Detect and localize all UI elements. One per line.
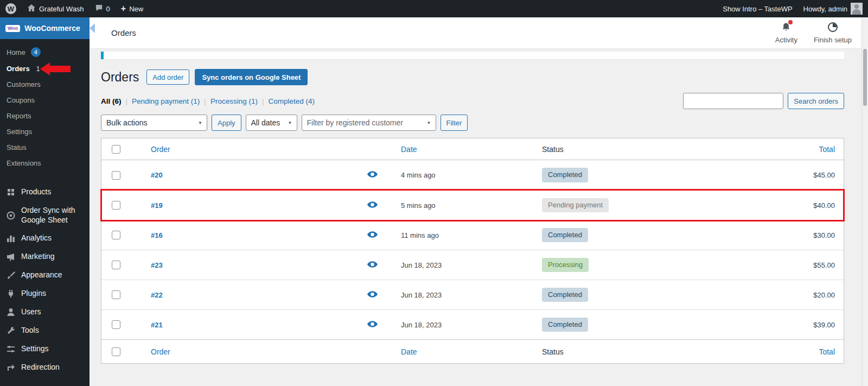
order-link[interactable]: #19	[151, 201, 163, 210]
row-checkbox[interactable]	[112, 261, 120, 269]
search-orders-button[interactable]: Search orders	[788, 93, 844, 109]
order-link[interactable]: #22	[151, 291, 163, 299]
order-preview-eye-icon[interactable]	[367, 171, 378, 179]
sort-order-footer[interactable]: Order	[151, 347, 170, 356]
sort-total-footer[interactable]: Total	[819, 347, 835, 356]
sidebar-item-label: Extensions	[7, 159, 41, 167]
orders-count: 1	[36, 65, 40, 73]
row-checkbox[interactable]	[112, 201, 120, 210]
filter-completed[interactable]: Completed (4)	[268, 97, 315, 105]
status-badge: Completed	[542, 228, 588, 242]
order-date: Jun 18, 2023	[386, 321, 531, 329]
show-intro-link[interactable]: Show Intro – TasteWP	[717, 0, 797, 17]
filter-processing[interactable]: Processing (1)	[210, 97, 269, 105]
row-checkbox[interactable]	[112, 231, 120, 239]
apply-button[interactable]: Apply	[212, 115, 241, 131]
bulk-actions-select[interactable]: Bulk actions	[101, 115, 207, 131]
sidebar-item-customers[interactable]: Customers	[0, 77, 90, 92]
order-preview-eye-icon[interactable]	[367, 291, 378, 299]
finish-setup-button[interactable]: Finish setup	[814, 22, 852, 44]
sidebar-item-settings-woo[interactable]: Settings	[0, 124, 90, 140]
order-link[interactable]: #20	[151, 171, 163, 179]
table-row: #23 Jun 18, 2023 Processing $55.00	[101, 250, 844, 280]
order-link[interactable]: #21	[151, 321, 163, 329]
sidebar-item-label: Appearance	[21, 270, 62, 280]
add-order-button[interactable]: Add order	[146, 69, 189, 85]
redirection-icon	[5, 363, 16, 372]
avatar	[851, 3, 863, 15]
orders-table: Order Date Status Total #20 4 mins ago C…	[101, 138, 844, 364]
wordpress-logo-icon: W	[5, 3, 16, 14]
status-badge: Pending payment	[542, 198, 609, 212]
sidebar-item-coupons[interactable]: Coupons	[0, 92, 90, 108]
sidebar-item-home[interactable]: Home4	[0, 43, 90, 61]
settings-icon	[5, 344, 16, 354]
status-badge: Processing	[542, 258, 589, 272]
table-header: Order Date Status Total	[101, 138, 844, 160]
status-badge: Completed	[542, 288, 588, 302]
activity-button[interactable]: Activity	[775, 22, 797, 44]
sidebar-item-label: Products	[21, 187, 51, 197]
wordpress-logo-button[interactable]: W	[0, 0, 22, 17]
new-content-button[interactable]: + New	[116, 0, 149, 17]
sidebar-item-extensions[interactable]: Extensions	[0, 155, 90, 171]
sidebar-item-settings[interactable]: Settings	[0, 340, 90, 358]
all-dates-select[interactable]: All dates	[246, 115, 297, 131]
comments-link[interactable]: 0	[90, 0, 116, 17]
sort-order-header[interactable]: Order	[151, 145, 170, 154]
account-menu[interactable]: Howdy, admin	[798, 0, 868, 17]
sidebar-item-orders[interactable]: Orders1	[0, 61, 90, 77]
products-icon	[5, 187, 16, 197]
order-preview-eye-icon[interactable]	[367, 261, 378, 269]
order-preview-eye-icon[interactable]	[367, 201, 378, 210]
customer-filter-select[interactable]: Filter by registered customer	[302, 115, 436, 131]
admin-bar: W Grateful Wash 0 + New Show Intro – Tas…	[0, 0, 868, 17]
sidebar-item-label: Reports	[7, 112, 31, 120]
order-preview-eye-icon[interactable]	[367, 321, 378, 329]
filter-pending-payment[interactable]: Pending payment (1)	[132, 97, 210, 105]
order-link[interactable]: #16	[151, 231, 163, 239]
search-orders-input[interactable]	[683, 93, 783, 109]
select-all-checkbox[interactable]	[112, 145, 120, 154]
status-badge: Completed	[542, 318, 588, 332]
row-checkbox[interactable]	[112, 290, 120, 299]
sidebar-item-products[interactable]: Products	[0, 183, 90, 201]
order-total: $39.00	[705, 321, 844, 329]
select-all-checkbox-bottom[interactable]	[112, 347, 120, 356]
sidebar-item-woocommerce[interactable]: Woo WooCommerce	[0, 17, 90, 39]
sidebar-item-tools[interactable]: Tools	[0, 321, 90, 340]
sidebar-item-plugins[interactable]: Plugins	[0, 284, 90, 303]
sidebar-item-marketing[interactable]: Marketing	[0, 248, 90, 266]
order-date: 4 mins ago	[386, 171, 531, 179]
filter-all[interactable]: All (6)	[101, 97, 132, 105]
breadcrumb: Orders	[111, 28, 136, 37]
order-link[interactable]: #23	[151, 261, 163, 269]
scrollbar-thumb[interactable]	[863, 49, 867, 106]
row-checkbox[interactable]	[112, 320, 120, 329]
sync-orders-button[interactable]: Sync orders on Google Sheet	[195, 69, 308, 85]
sidebar-item-status[interactable]: Status	[0, 140, 90, 155]
filter-button[interactable]: Filter	[441, 115, 468, 131]
comment-icon	[95, 4, 103, 14]
sort-date-footer[interactable]: Date	[401, 347, 417, 356]
site-name-link[interactable]: Grateful Wash	[22, 0, 90, 17]
sidebar-item-label: Customers	[7, 80, 41, 88]
table-row-highlighted: #19 5 mins ago Pending payment $40.00	[101, 190, 844, 220]
order-preview-eye-icon[interactable]	[367, 231, 378, 239]
activity-label: Activity	[775, 36, 797, 44]
sort-total-header[interactable]: Total	[819, 145, 835, 154]
sidebar-item-analytics[interactable]: Analytics	[0, 229, 90, 248]
sidebar-item-users[interactable]: Users	[0, 303, 90, 321]
row-checkbox[interactable]	[112, 171, 120, 180]
scrollbar[interactable]	[861, 17, 868, 386]
sidebar-item-redirection[interactable]: Redirection	[0, 358, 90, 377]
sidebar-item-reports[interactable]: Reports	[0, 108, 90, 124]
admin-menu: Products Order Sync with Google Sheet An…	[0, 183, 90, 377]
sidebar-item-appearance[interactable]: Appearance	[0, 266, 90, 284]
order-total: $55.00	[705, 261, 844, 269]
woocommerce-brand-label: WooCommerce	[24, 24, 80, 33]
home-count-badge: 4	[31, 47, 41, 57]
sort-date-header[interactable]: Date	[401, 145, 417, 154]
status-header: Status	[542, 145, 564, 154]
sidebar-item-order-sync[interactable]: Order Sync with Google Sheet	[0, 201, 90, 229]
